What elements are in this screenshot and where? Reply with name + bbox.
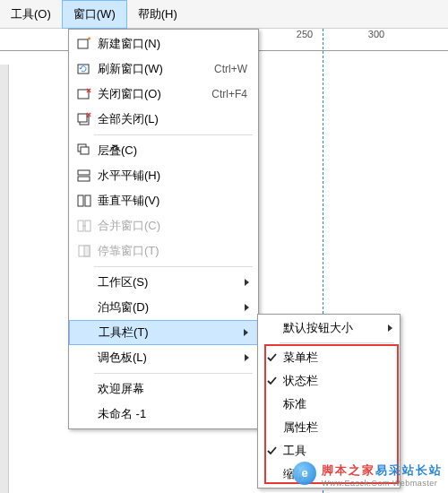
watermark-text: 脚本之家易采站长站 <box>322 458 443 478</box>
menu-dock-window: 停靠窗口(T) <box>69 238 258 264</box>
submenu-arrow-icon <box>244 353 251 362</box>
ruler-tick: 250 <box>297 29 313 39</box>
menu-label: 欢迎屏幕 <box>94 381 253 397</box>
svg-rect-7 <box>78 170 90 175</box>
submenu-standard[interactable]: 标准 <box>258 393 400 416</box>
svg-rect-0 <box>78 39 88 48</box>
menu-refresh-window[interactable]: 刷新窗口(W) Ctrl+W <box>69 56 258 82</box>
cascade-icon <box>74 143 94 158</box>
submenu-label: 状态栏 <box>281 373 394 389</box>
menu-toolbars[interactable]: 工具栏(T) <box>69 320 258 345</box>
menu-shortcut: Ctrl+F4 <box>211 88 253 100</box>
menu-cascade[interactable]: 层叠(C) <box>69 138 258 163</box>
menu-window[interactable]: 窗口(W) <box>62 0 127 29</box>
submenu-arrow-icon <box>244 303 251 312</box>
menu-label: 层叠(C) <box>94 143 253 159</box>
menu-label: 刷新窗口(W) <box>94 61 214 77</box>
menu-label: 垂直平铺(V) <box>94 193 253 209</box>
combine-window-icon <box>74 219 94 233</box>
tile-horizontal-icon <box>74 169 94 183</box>
menu-help[interactable]: 帮助(H) <box>127 1 188 28</box>
submenu-propertybar[interactable]: 属性栏 <box>258 416 400 439</box>
menu-shortcut: Ctrl+W <box>214 63 253 75</box>
submenu-arrow-icon <box>243 328 250 337</box>
menu-close-all[interactable]: 全部关闭(L) <box>69 107 258 132</box>
submenu-arrow-icon <box>244 278 251 287</box>
menu-combine-window: 合并窗口(C) <box>69 213 258 238</box>
tool-strip <box>0 65 9 493</box>
menu-label: 工作区(S) <box>94 274 253 290</box>
close-window-icon <box>74 87 94 101</box>
menu-tools[interactable]: 工具(O) <box>0 1 62 28</box>
new-window-icon <box>74 37 94 51</box>
menu-close-window[interactable]: 关闭窗口(O) Ctrl+F4 <box>69 82 258 107</box>
watermark-sub: Www.Easck.Com Webmaster <box>322 479 443 488</box>
window-dropdown: 新建窗口(N) 刷新窗口(W) Ctrl+W 关闭窗口(O) Ctrl+F4 全… <box>68 29 259 429</box>
ruler-tick: 300 <box>368 29 384 39</box>
menu-new-window[interactable]: 新建窗口(N) <box>69 31 258 56</box>
submenu-label: 属性栏 <box>281 419 394 436</box>
menu-label: 合并窗口(C) <box>94 218 253 234</box>
menu-tile-vertical[interactable]: 垂直平铺(V) <box>69 188 258 213</box>
menu-palettes[interactable]: 调色板(L) <box>69 345 258 370</box>
menu-workspace[interactable]: 工作区(S) <box>69 270 258 295</box>
separator <box>94 134 253 135</box>
menu-tile-horizontal[interactable]: 水平平铺(H) <box>69 163 258 188</box>
watermark-brand: 易采站长站 <box>375 463 443 477</box>
menubar: 工具(O) 窗口(W) 帮助(H) <box>0 0 448 29</box>
menu-label: 全部关闭(L) <box>94 111 253 127</box>
watermark-overlay: 脚本之家 <box>322 463 375 477</box>
submenu-arrow-icon <box>387 324 394 333</box>
close-all-icon <box>74 112 94 126</box>
menu-label: 新建窗口(N) <box>94 36 253 52</box>
refresh-window-icon <box>74 62 94 76</box>
watermark-logo-icon: e <box>293 462 316 485</box>
submenu-statusbar[interactable]: 状态栏 <box>258 369 400 393</box>
svg-rect-6 <box>81 147 89 154</box>
svg-rect-2 <box>78 90 89 99</box>
menu-label: 工具栏(T) <box>95 324 252 341</box>
menu-dockers[interactable]: 泊坞窗(D) <box>69 295 258 320</box>
menu-label: 未命名 -1 <box>94 406 253 422</box>
check-icon <box>263 376 281 386</box>
menu-label: 停靠窗口(T) <box>94 243 253 259</box>
submenu-label: 菜单栏 <box>281 350 394 366</box>
separator <box>94 373 253 374</box>
tile-vertical-icon <box>74 194 94 208</box>
dock-window-icon <box>74 244 94 258</box>
submenu-label: 标准 <box>281 396 394 412</box>
menu-label: 调色板(L) <box>94 350 253 366</box>
menu-label: 关闭窗口(O) <box>94 86 211 102</box>
svg-rect-10 <box>85 195 90 206</box>
svg-rect-9 <box>78 195 83 206</box>
menu-welcome-screen[interactable]: 欢迎屏幕 <box>69 376 258 402</box>
submenu-label: 工具 <box>281 443 394 459</box>
svg-rect-4 <box>78 114 87 122</box>
check-icon <box>263 352 281 363</box>
menu-untitled-document[interactable]: 未命名 -1 <box>69 402 258 427</box>
separator <box>94 266 253 267</box>
watermark: e 脚本之家易采站长站 Www.Easck.Com Webmaster <box>293 458 443 488</box>
menu-label: 泊坞窗(D) <box>94 299 253 316</box>
check-icon <box>263 445 281 456</box>
submenu-menubar[interactable]: 菜单栏 <box>258 346 400 369</box>
submenu-default-button-size[interactable]: 默认按钮大小 <box>258 316 400 340</box>
submenu-label: 默认按钮大小 <box>281 320 387 336</box>
svg-rect-8 <box>78 177 90 181</box>
menu-label: 水平平铺(H) <box>94 168 253 184</box>
separator <box>280 342 394 343</box>
svg-rect-14 <box>84 246 90 256</box>
